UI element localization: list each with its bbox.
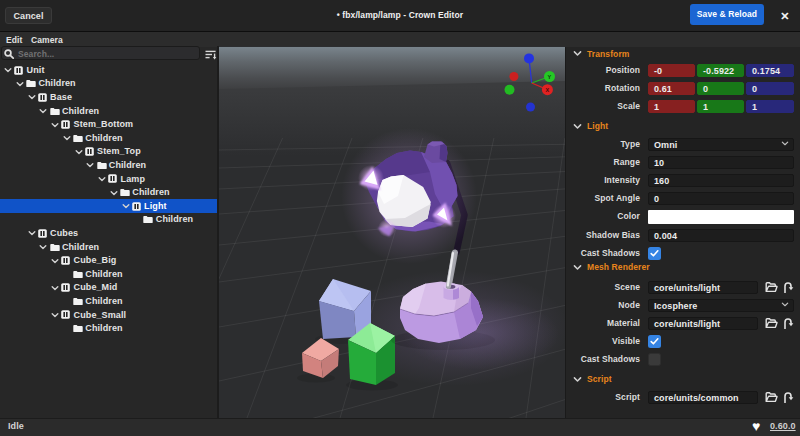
svg-text:X: X	[546, 87, 550, 93]
svg-text:Y: Y	[548, 74, 552, 80]
